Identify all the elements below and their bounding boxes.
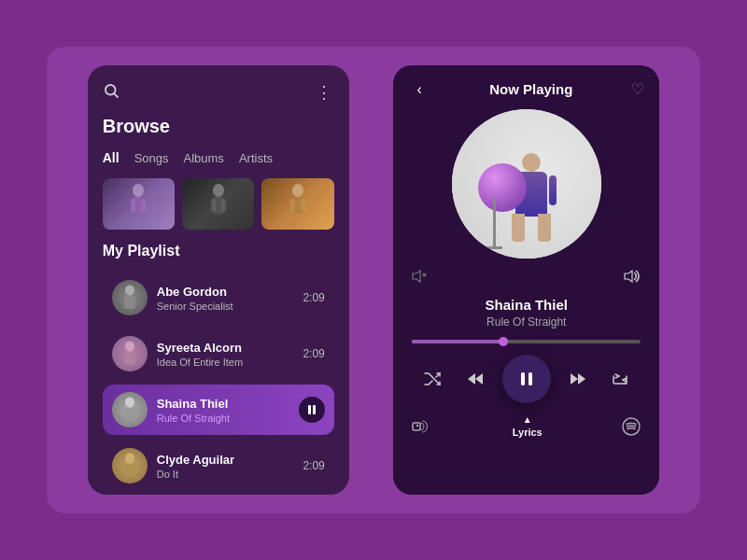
lyrics-button[interactable]: ▲ Lyrics xyxy=(513,414,543,438)
track-info-4: Clyde Aguilar Do It xyxy=(157,453,294,480)
avatar-2 xyxy=(112,336,148,371)
browse-header: ⋮ xyxy=(103,82,334,103)
svg-rect-31 xyxy=(529,372,532,385)
volume-up-icon[interactable] xyxy=(624,270,641,286)
svg-rect-21 xyxy=(313,405,316,414)
playlist-item-3[interactable]: Shaina Thiel Rule Of Straight xyxy=(103,385,334,435)
svg-point-35 xyxy=(623,418,640,435)
playlist-item-4[interactable]: Clyde Aguilar Do It 2:09 xyxy=(103,441,334,491)
svg-rect-15 xyxy=(124,296,135,309)
album-thumb-3[interactable] xyxy=(261,178,333,230)
svg-marker-27 xyxy=(625,271,632,282)
track-duration-1: 2:09 xyxy=(303,291,324,304)
album-art-figure xyxy=(452,109,601,259)
volume-controls xyxy=(408,270,644,286)
svg-rect-17 xyxy=(124,352,135,365)
track-sub-1: Senior Specialist xyxy=(157,301,294,312)
album-grid xyxy=(103,178,334,230)
tab-albums[interactable]: Albums xyxy=(184,151,224,165)
track-name-1: Abe Gordon xyxy=(157,285,294,299)
playlist-item-1[interactable]: Abe Gordon Senior Specialist 2:09 xyxy=(103,273,334,323)
progress-bar-wrap[interactable] xyxy=(408,340,644,343)
svg-rect-9 xyxy=(221,199,226,212)
svg-rect-5 xyxy=(141,199,146,212)
track-name-4: Clyde Aguilar xyxy=(157,453,294,467)
svg-rect-12 xyxy=(290,199,295,212)
speaker-icon[interactable] xyxy=(412,419,432,434)
now-playing-panel: ‹ Now Playing ♡ xyxy=(393,65,659,495)
svg-point-22 xyxy=(125,454,134,464)
volume-mute-icon[interactable] xyxy=(412,270,427,286)
avatar-1 xyxy=(112,280,148,315)
bottom-controls: ▲ Lyrics xyxy=(408,414,644,438)
svg-rect-8 xyxy=(211,199,216,212)
svg-rect-4 xyxy=(131,199,135,212)
pause-button-small[interactable] xyxy=(299,397,325,423)
svg-rect-13 xyxy=(301,199,305,212)
svg-line-1 xyxy=(114,93,118,97)
track-name-2: Syreeta Alcorn xyxy=(157,341,294,355)
tab-artists[interactable]: Artists xyxy=(239,151,273,165)
svg-point-0 xyxy=(106,85,116,95)
svg-point-14 xyxy=(125,286,134,296)
next-button[interactable] xyxy=(563,364,593,394)
browse-panel: ⋮ Browse All Songs Albums Artists xyxy=(88,65,349,495)
track-details: Shaina Thiel Rule Of Straight xyxy=(486,297,568,329)
tab-songs[interactable]: Songs xyxy=(134,151,169,165)
playlist-item-2[interactable]: Syreeta Alcorn Idea Of Entire Item 2:09 xyxy=(103,329,334,379)
svg-point-10 xyxy=(292,184,303,197)
svg-rect-19 xyxy=(124,408,135,421)
progress-bar-fill xyxy=(412,340,503,343)
track-duration-2: 2:09 xyxy=(303,347,324,360)
playlist-section-title: My Playlist xyxy=(103,243,334,259)
svg-point-6 xyxy=(213,184,224,197)
svg-rect-20 xyxy=(308,405,311,414)
lyrics-label: Lyrics xyxy=(513,427,543,438)
favorite-icon[interactable]: ♡ xyxy=(631,80,644,98)
app-container: ⋮ Browse All Songs Albums Artists xyxy=(47,47,700,513)
lyrics-chevron-icon: ▲ xyxy=(523,414,532,425)
spotify-icon[interactable] xyxy=(622,417,641,436)
svg-point-2 xyxy=(133,184,144,197)
album-thumb-2[interactable] xyxy=(182,178,254,230)
svg-rect-30 xyxy=(521,372,525,385)
svg-marker-29 xyxy=(475,373,483,385)
avatar-4 xyxy=(112,448,148,483)
repeat-button[interactable] xyxy=(605,364,635,394)
svg-point-18 xyxy=(125,398,134,408)
previous-button[interactable] xyxy=(460,364,490,394)
playback-controls xyxy=(408,355,644,403)
now-playing-track-subtitle: Rule Of Straight xyxy=(486,315,568,329)
more-options-icon[interactable]: ⋮ xyxy=(316,82,334,103)
play-pause-button[interactable] xyxy=(502,355,551,403)
track-sub-2: Idea Of Entire Item xyxy=(157,357,294,368)
track-sub-4: Do It xyxy=(157,469,294,480)
svg-rect-23 xyxy=(124,464,135,477)
browse-tabs: All Songs Albums Artists xyxy=(103,150,334,165)
now-playing-header: ‹ Now Playing ♡ xyxy=(408,80,644,98)
tab-all[interactable]: All xyxy=(103,150,120,165)
track-info-2: Syreeta Alcorn Idea Of Entire Item xyxy=(157,341,294,368)
shuffle-button[interactable] xyxy=(417,364,447,394)
playlist: Abe Gordon Senior Specialist 2:09 Sy xyxy=(103,273,334,491)
track-name-3: Shaina Thiel xyxy=(157,397,289,411)
track-duration-4: 2:09 xyxy=(303,459,324,472)
progress-dot[interactable] xyxy=(499,337,508,346)
track-info-3: Shaina Thiel Rule Of Straight xyxy=(157,397,289,424)
avatar-3 xyxy=(112,392,148,427)
track-info-1: Abe Gordon Senior Specialist xyxy=(157,285,294,312)
album-thumb-1[interactable] xyxy=(103,178,175,230)
track-sub-3: Rule Of Straight xyxy=(157,413,289,424)
now-playing-track-name: Shaina Thiel xyxy=(486,297,568,313)
search-icon[interactable] xyxy=(103,82,120,103)
svg-marker-33 xyxy=(578,373,585,385)
back-button[interactable]: ‹ xyxy=(408,81,430,98)
now-playing-title: Now Playing xyxy=(489,81,572,97)
svg-marker-32 xyxy=(571,373,578,385)
progress-bar-background[interactable] xyxy=(412,340,641,343)
svg-marker-28 xyxy=(468,373,475,385)
album-art xyxy=(452,109,601,259)
browse-title: Browse xyxy=(103,116,334,137)
svg-marker-24 xyxy=(413,271,420,282)
svg-point-16 xyxy=(125,342,134,352)
